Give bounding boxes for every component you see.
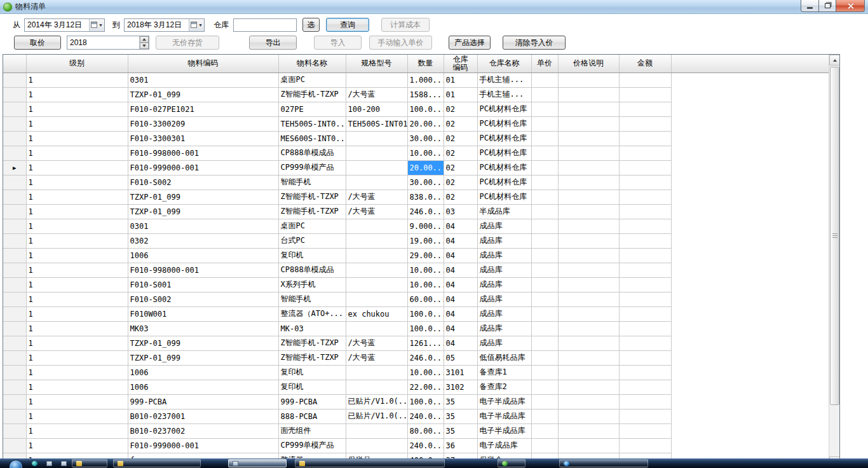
grid-cell[interactable]: [531, 321, 558, 336]
grid-cell[interactable]: 35: [444, 394, 477, 409]
grid-cell[interactable]: 成品库: [477, 277, 531, 292]
grid-cell[interactable]: 04: [444, 292, 477, 306]
grid-cell[interactable]: 01: [444, 87, 477, 102]
grid-cell[interactable]: [619, 116, 671, 131]
grid-cell[interactable]: 1: [26, 87, 128, 102]
grid-cell[interactable]: 1: [26, 409, 128, 423]
grid-cell[interactable]: 1: [26, 160, 128, 175]
grid-cell[interactable]: 100.0...: [407, 306, 444, 321]
row-indicator[interactable]: [3, 175, 26, 189]
grid-cell[interactable]: [531, 116, 558, 131]
grid-cell[interactable]: CP999单模产品: [278, 438, 346, 453]
grid-cell[interactable]: [531, 365, 558, 380]
warehouse-input[interactable]: [233, 18, 297, 32]
grid-cell[interactable]: PC机材料仓库: [477, 116, 531, 131]
header-amount[interactable]: 金额: [619, 55, 671, 72]
grid-cell[interactable]: /大号蓝: [346, 87, 407, 102]
taskbar-button-active[interactable]: [228, 459, 287, 467]
grid-cell[interactable]: 10.00...: [407, 263, 444, 277]
grid-cell[interactable]: [531, 102, 558, 116]
grid-cell[interactable]: PC机材料仓库: [477, 189, 531, 204]
grid-cell[interactable]: [558, 131, 619, 146]
grid-cell[interactable]: 电子半成品库: [477, 423, 531, 438]
grid-cell[interactable]: [558, 204, 619, 219]
grid-cell[interactable]: [531, 438, 558, 453]
grid-cell[interactable]: [619, 438, 671, 453]
grid-cell[interactable]: [346, 292, 407, 306]
grid-cell[interactable]: 1: [26, 365, 128, 380]
grid-cell[interactable]: [619, 175, 671, 189]
row-indicator[interactable]: [3, 277, 26, 292]
row-indicator[interactable]: [3, 233, 26, 248]
row-indicator[interactable]: [3, 409, 26, 423]
row-indicator[interactable]: [3, 146, 26, 160]
grid-cell[interactable]: 04: [444, 263, 477, 277]
grid-cell[interactable]: 台式PC: [278, 233, 346, 248]
grid-cell[interactable]: 桌面PC: [278, 219, 346, 233]
grid-cell[interactable]: 04: [444, 336, 477, 350]
grid-cell[interactable]: /大号蓝: [346, 336, 407, 350]
grid-cell[interactable]: Z智能手机-TZXP: [278, 350, 346, 365]
grid-cell[interactable]: 1006: [128, 380, 278, 394]
grid-cell[interactable]: 246.0...: [407, 350, 444, 365]
grid-cell[interactable]: 9.000...: [407, 219, 444, 233]
grid-cell[interactable]: [558, 438, 619, 453]
grid-cell[interactable]: 1: [26, 336, 128, 350]
grid-cell[interactable]: [558, 160, 619, 175]
scroll-up-button[interactable]: [829, 55, 840, 65]
grid-cell[interactable]: [558, 292, 619, 306]
row-indicator[interactable]: [3, 380, 26, 394]
grid-cell[interactable]: 240.0...: [407, 438, 444, 453]
grid-cell[interactable]: [346, 423, 407, 438]
vertical-scrollbar[interactable]: [829, 55, 839, 467]
grid-cell[interactable]: 02: [444, 160, 477, 175]
row-indicator[interactable]: [3, 102, 26, 116]
row-indicator[interactable]: [3, 365, 26, 380]
grid-cell[interactable]: [558, 146, 619, 160]
grid-cell[interactable]: PC机材料仓库: [477, 175, 531, 189]
grid-cell[interactable]: 成品库: [477, 219, 531, 233]
to-date-picker[interactable]: 2018年 3月12日 ▼: [124, 18, 205, 32]
grid-cell[interactable]: 888-PCBA: [278, 409, 346, 423]
grid-cell[interactable]: 80.00...: [407, 423, 444, 438]
grid-cell[interactable]: [531, 292, 558, 306]
grid-cell[interactable]: [558, 72, 619, 87]
grid-cell[interactable]: CP999单模产品: [278, 160, 346, 175]
row-indicator[interactable]: [3, 204, 26, 219]
grid-cell[interactable]: 10.00...: [407, 365, 444, 380]
row-indicator[interactable]: [3, 350, 26, 365]
grid-cell[interactable]: 1: [26, 394, 128, 409]
header-unit-price[interactable]: 单价: [531, 55, 558, 72]
grid-cell[interactable]: 04: [444, 321, 477, 336]
grid-cell[interactable]: F010-S002: [128, 292, 278, 306]
manual-unit-price-button[interactable]: 手动输入单价: [369, 36, 432, 50]
grid-cell[interactable]: 面壳组件: [278, 423, 346, 438]
grid-cell[interactable]: 1: [26, 146, 128, 160]
grid-cell[interactable]: /大号蓝: [346, 350, 407, 365]
grid-cell[interactable]: PC机材料仓库: [477, 146, 531, 160]
grid-cell[interactable]: [558, 394, 619, 409]
grid-cell[interactable]: 1: [26, 423, 128, 438]
grid-cell[interactable]: 1588....: [407, 87, 444, 102]
grid-cell[interactable]: [346, 365, 407, 380]
grid-cell[interactable]: [619, 277, 671, 292]
grid-cell[interactable]: [346, 72, 407, 87]
grid-cell[interactable]: 电子成品库: [477, 438, 531, 453]
grid-cell[interactable]: 02: [444, 175, 477, 189]
grid-cell[interactable]: 04: [444, 277, 477, 292]
grid-cell[interactable]: [346, 175, 407, 189]
grid-cell[interactable]: 成品库: [477, 321, 531, 336]
grid-cell[interactable]: 智能手机: [278, 175, 346, 189]
grid-cell[interactable]: 1006: [128, 248, 278, 263]
current-row-marker-icon[interactable]: ▶: [3, 160, 26, 175]
grid-cell[interactable]: [531, 204, 558, 219]
grid-cell[interactable]: 1: [26, 233, 128, 248]
header-material-name[interactable]: 物料名称: [278, 55, 346, 72]
grid-cell[interactable]: [558, 87, 619, 102]
grid-cell[interactable]: 02: [444, 146, 477, 160]
grid-cell[interactable]: 22.00...: [407, 380, 444, 394]
grid-cell[interactable]: [531, 160, 558, 175]
grid-cell[interactable]: [558, 175, 619, 189]
grid-cell[interactable]: [558, 277, 619, 292]
row-indicator[interactable]: [3, 306, 26, 321]
